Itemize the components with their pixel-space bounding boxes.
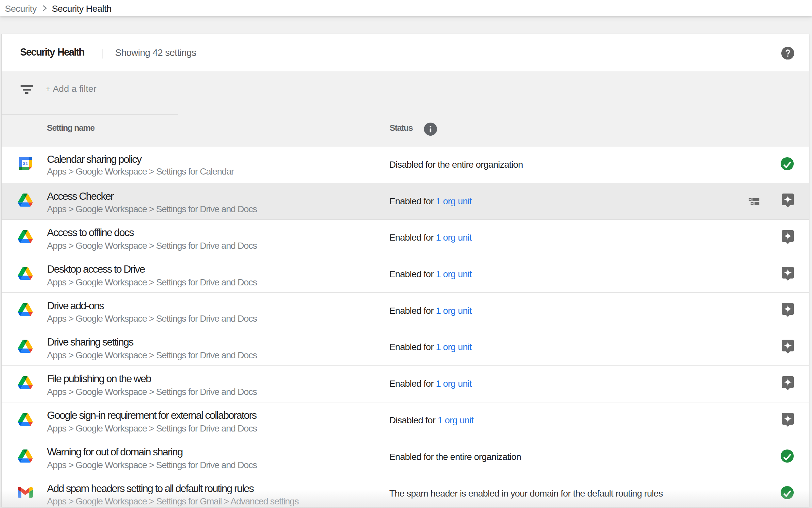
svg-text:31: 31 xyxy=(22,161,28,166)
